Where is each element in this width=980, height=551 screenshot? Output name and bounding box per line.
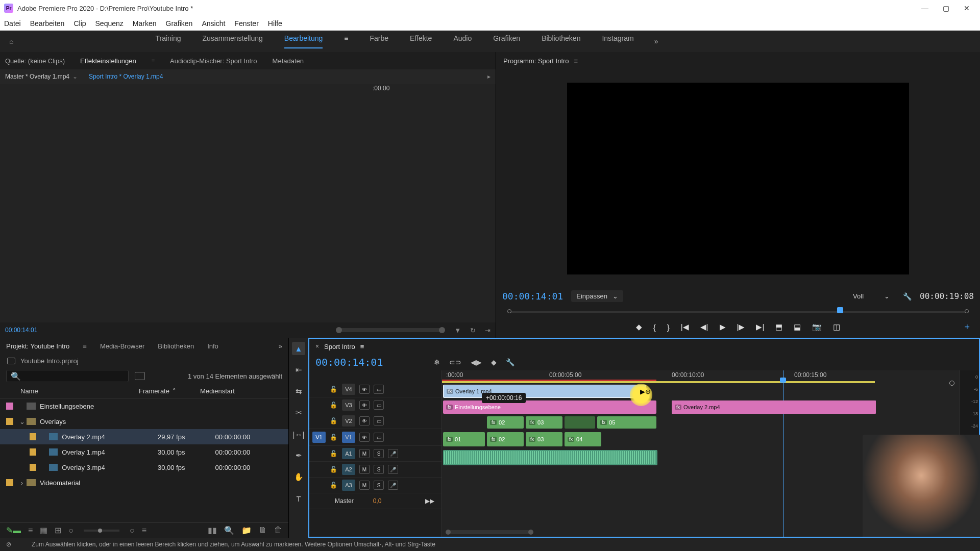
thumbnail-slider[interactable] bbox=[84, 530, 119, 532]
ws-menu-icon[interactable]: ≡ bbox=[344, 34, 348, 48]
expand-arrow-icon[interactable]: › bbox=[18, 479, 26, 487]
list-view-icon[interactable] bbox=[135, 372, 145, 380]
linked-selection-icon[interactable]: ⊂⊃ bbox=[449, 358, 461, 366]
project-item[interactable]: ›Videomaterial bbox=[0, 475, 288, 490]
header-name[interactable]: Name bbox=[6, 387, 139, 395]
chevron-down-icon[interactable]: ⌄ bbox=[72, 73, 78, 80]
tab-metadata[interactable]: Metadaten bbox=[273, 57, 304, 65]
program-menu-icon[interactable]: ≡ bbox=[574, 57, 578, 65]
sync-lock-icon[interactable]: ▭ bbox=[374, 433, 384, 442]
automate-icon[interactable]: ▮▮ bbox=[208, 525, 217, 535]
play-button[interactable]: ▶ bbox=[720, 322, 726, 332]
clip-audio[interactable] bbox=[443, 450, 657, 465]
freeform-icon[interactable]: ✎▬ bbox=[6, 525, 21, 535]
track-header-master[interactable]: Master 0,0 ▶▶ bbox=[309, 493, 442, 509]
find-icon[interactable]: 🔍 bbox=[224, 525, 234, 535]
timeline-playhead[interactable] bbox=[783, 370, 783, 537]
maximize-button[interactable]: ▢ bbox=[943, 4, 949, 12]
ws-grafiken[interactable]: Grafiken bbox=[493, 34, 520, 48]
tab-info[interactable]: Info bbox=[207, 342, 218, 350]
icon-view-btn[interactable]: ▦ bbox=[40, 525, 47, 535]
tab-source[interactable]: Quelle: (keine Clips) bbox=[5, 57, 65, 65]
clip-v2-gap[interactable] bbox=[565, 416, 595, 429]
effect-sequence-label[interactable]: Sport Intro * Overlay 1.mp4 bbox=[89, 73, 163, 80]
sort-icon[interactable]: ≡ bbox=[142, 526, 146, 535]
voice-over-icon[interactable]: 🎤 bbox=[388, 481, 398, 490]
tab-project[interactable]: Projekt: Youtube Intro bbox=[6, 342, 69, 350]
tab-effect-controls[interactable]: Effekteinstellungen bbox=[80, 57, 136, 65]
ws-audio[interactable]: Audio bbox=[453, 34, 472, 48]
solo-toggle[interactable]: S bbox=[374, 481, 384, 490]
expand-arrow-icon[interactable]: ⌄ bbox=[18, 418, 26, 425]
mute-toggle[interactable]: M bbox=[359, 465, 370, 474]
effect-zoom-slider[interactable] bbox=[337, 328, 444, 332]
loop-icon[interactable]: ↻ bbox=[470, 327, 476, 334]
menu-datei[interactable]: Datei bbox=[4, 19, 21, 28]
toggle-output-icon[interactable]: 👁 bbox=[359, 385, 370, 394]
tab-program[interactable]: Programm: Sport Intro bbox=[503, 57, 569, 65]
clip-v1-01[interactable]: fx01 bbox=[443, 432, 485, 446]
tab-bibliotheken[interactable]: Bibliotheken bbox=[158, 342, 194, 350]
ws-bearbeitung[interactable]: Bearbeitung bbox=[284, 34, 323, 48]
track-header-a2[interactable]: 🔓 A2 M S 🎤 bbox=[309, 462, 442, 478]
filter-icon[interactable]: ▼ bbox=[454, 327, 461, 334]
effect-timeline[interactable]: :00:00 bbox=[0, 84, 496, 322]
sync-lock-icon[interactable]: ▭ bbox=[374, 416, 384, 425]
clip-v1-02[interactable]: fx02 bbox=[487, 432, 524, 446]
new-bin-button[interactable]: 📁 bbox=[241, 525, 252, 535]
mark-in-button[interactable]: { bbox=[653, 323, 656, 332]
mute-toggle[interactable]: M bbox=[359, 481, 370, 490]
list-view-btn[interactable]: ≡ bbox=[28, 526, 33, 535]
lock-icon[interactable]: 🔓 bbox=[330, 482, 338, 489]
clip-overlay1[interactable]: fxOverlay 1.mp4 bbox=[443, 385, 646, 398]
menu-sequenz[interactable]: Sequenz bbox=[95, 19, 124, 28]
lock-icon[interactable]: 🔓 bbox=[330, 434, 338, 441]
menu-fenster[interactable]: Fenster bbox=[234, 19, 258, 28]
menu-hilfe[interactable]: Hilfe bbox=[268, 19, 282, 28]
step-icon[interactable]: ⇥ bbox=[485, 327, 491, 334]
zoom-out-icon[interactable]: ○ bbox=[68, 526, 74, 535]
track-header-v3[interactable]: 🔓 V3 👁 ▭ bbox=[309, 397, 442, 413]
program-scrubber[interactable] bbox=[504, 306, 972, 315]
lock-icon[interactable]: 🔓 bbox=[330, 450, 338, 457]
marker-icon[interactable]: ◆ bbox=[491, 358, 497, 366]
step-back-button[interactable]: ◀| bbox=[700, 322, 708, 332]
project-menu-icon[interactable]: ≡ bbox=[83, 342, 87, 350]
mark-in-handle[interactable] bbox=[507, 309, 511, 313]
clip-v1-04[interactable]: fx04 bbox=[565, 432, 601, 446]
resolution-dropdown[interactable]: Voll⌄ bbox=[848, 290, 895, 302]
sync-lock-icon[interactable]: ▭ bbox=[374, 385, 384, 394]
step-forward-button[interactable]: |▶ bbox=[737, 322, 745, 332]
menu-marken[interactable]: Marken bbox=[133, 19, 157, 28]
voice-over-icon[interactable]: 🎤 bbox=[388, 465, 398, 474]
track-header-v4[interactable]: 🔓 V4 👁 ▭ bbox=[309, 382, 442, 397]
sync-lock-icon[interactable]: ▭ bbox=[374, 400, 384, 410]
ws-farbe[interactable]: Farbe bbox=[370, 34, 389, 48]
timeline-settings-icon[interactable]: 🔧 bbox=[506, 358, 514, 366]
clip-v1-03[interactable]: fx03 bbox=[526, 432, 562, 446]
program-viewer[interactable] bbox=[496, 69, 980, 287]
clip-v2-02[interactable]: fx02 bbox=[487, 416, 524, 429]
home-icon[interactable]: ⌂ bbox=[0, 37, 22, 45]
header-framerate[interactable]: Framerate˄ bbox=[139, 387, 200, 395]
effect-timecode[interactable]: 00:00:14:01 bbox=[5, 327, 37, 334]
clip-v2-03[interactable]: fx03 bbox=[526, 416, 562, 429]
menu-clip[interactable]: Clip bbox=[74, 19, 86, 28]
project-item[interactable]: Einstellungsebene bbox=[0, 398, 288, 414]
settings-icon[interactable]: 🔧 bbox=[903, 292, 912, 300]
pen-tool[interactable]: ✒ bbox=[292, 449, 305, 462]
delete-button[interactable]: 🗑 bbox=[274, 525, 282, 535]
freeform-view-btn[interactable]: ⊞ bbox=[55, 525, 61, 535]
mark-out-button[interactable]: } bbox=[667, 323, 670, 332]
source-patch-v1[interactable]: V1 bbox=[312, 432, 326, 443]
add-marker-icon[interactable]: ◀▶ bbox=[471, 358, 482, 366]
play-icon[interactable]: ▸ bbox=[487, 73, 491, 80]
sequence-tab[interactable]: Sport Intro bbox=[324, 343, 355, 350]
toggle-output-icon[interactable]: 👁 bbox=[359, 416, 370, 425]
lock-icon[interactable]: 🔓 bbox=[330, 386, 338, 393]
timeline-menu-icon[interactable]: ≡ bbox=[360, 343, 364, 350]
menu-ansicht[interactable]: Ansicht bbox=[202, 19, 225, 28]
tab-media-browser[interactable]: Media-Browser bbox=[100, 342, 144, 350]
tab-audio-mixer[interactable]: Audioclip-Mischer: Sport Intro bbox=[170, 57, 257, 65]
lock-icon[interactable]: 🔓 bbox=[330, 402, 338, 409]
